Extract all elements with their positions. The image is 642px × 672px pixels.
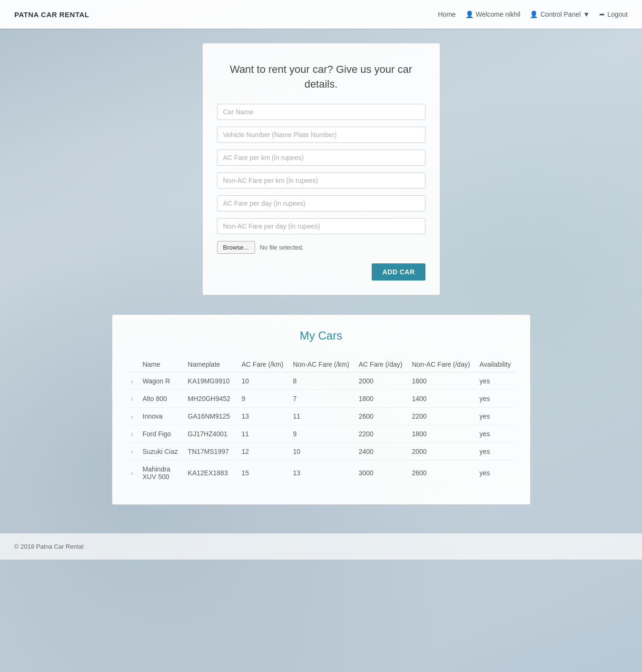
- person-icon-cp: 👤: [530, 10, 538, 18]
- row-name: Wagon R: [138, 372, 183, 390]
- add-car-button[interactable]: ADD CAR: [372, 263, 425, 281]
- nonac-fare-day-input[interactable]: [217, 218, 425, 234]
- row-nonac-km: 8: [288, 372, 354, 390]
- row-nonac-km: 9: [288, 425, 354, 442]
- nav-cp-label: Control Panel: [540, 10, 581, 18]
- row-nonac-day: 1800: [407, 425, 474, 442]
- row-ac-km: 15: [237, 460, 288, 485]
- row-chevron: ›: [127, 390, 138, 407]
- table-row[interactable]: › Wagon R KA19MG9910 10 8 2000 1600 yes: [127, 372, 516, 390]
- row-nonac-day: 1600: [407, 372, 474, 390]
- row-ac-km: 9: [237, 390, 288, 407]
- table-row[interactable]: › Alto 800 MH20GH9452 9 7 1800 1400 yes: [127, 390, 516, 407]
- browse-button[interactable]: Browse...: [217, 241, 255, 254]
- nav-links: Home 👤 Welcome nikhil 👤 Control Panel ▼ …: [438, 10, 628, 18]
- form-title: Want to rent your car? Give us your car …: [217, 62, 425, 92]
- row-nonac-day: 2000: [407, 442, 474, 460]
- nav-control-panel[interactable]: 👤 Control Panel ▼: [530, 10, 590, 18]
- row-name: Innova: [138, 407, 183, 425]
- footer-text: © 2018 Patna Car Rental: [14, 543, 83, 550]
- row-chevron: ›: [127, 407, 138, 425]
- row-nameplate: KA19MG9910: [183, 372, 237, 390]
- nonac-fare-km-input[interactable]: [217, 172, 425, 189]
- page-footer: © 2018 Patna Car Rental: [0, 533, 642, 560]
- table-row[interactable]: › Mahindra XUV 500 KA12EX1883 15 13 3000…: [127, 460, 516, 485]
- row-nameplate: GA16NM9125: [183, 407, 237, 425]
- chevron-down-icon: ▼: [583, 10, 590, 18]
- nav-home-label: Home: [438, 10, 455, 18]
- th-ac-km: AC Fare (/km): [237, 357, 288, 372]
- table-row[interactable]: › Suzuki Ciaz TN17MS1997 12 10 2400 2000…: [127, 442, 516, 460]
- row-nameplate: TN17MS1997: [183, 442, 237, 460]
- file-upload-row: Browse... No file selected.: [217, 241, 425, 254]
- ac-fare-km-input[interactable]: [217, 150, 425, 166]
- row-nameplate: KA12EX1883: [183, 460, 237, 485]
- nav-logout-label: Logout: [607, 10, 628, 18]
- row-availability: yes: [475, 407, 516, 425]
- row-ac-km: 11: [237, 425, 288, 442]
- row-ac-km: 12: [237, 442, 288, 460]
- file-label: No file selected.: [260, 244, 304, 251]
- row-ac-day: 2600: [354, 407, 407, 425]
- person-icon: 👤: [465, 10, 474, 18]
- table-row[interactable]: › Ford Figo GJ17HZ4001 11 9 2200 1800 ye…: [127, 425, 516, 442]
- row-nonac-km: 11: [288, 407, 354, 425]
- form-footer: ADD CAR: [217, 263, 425, 281]
- page-content: Want to rent your car? Give us your car …: [0, 29, 642, 524]
- table-row[interactable]: › Innova GA16NM9125 13 11 2600 2200 yes: [127, 407, 516, 425]
- row-nonac-day: 2600: [407, 460, 474, 485]
- cars-table: Name Nameplate AC Fare (/km) Non-AC Fare…: [127, 357, 516, 485]
- row-chevron: ›: [127, 372, 138, 390]
- th-chevron: [127, 357, 138, 372]
- row-availability: yes: [475, 442, 516, 460]
- nav-logout[interactable]: ➦ Logout: [599, 10, 628, 18]
- navbar: PATNA CAR RENTAL Home 👤 Welcome nikhil 👤…: [0, 0, 642, 29]
- row-name: Mahindra XUV 500: [138, 460, 183, 485]
- row-nonac-km: 7: [288, 390, 354, 407]
- row-ac-day: 2200: [354, 425, 407, 442]
- row-availability: yes: [475, 425, 516, 442]
- row-nonac-km: 10: [288, 442, 354, 460]
- th-nameplate: Nameplate: [183, 357, 237, 372]
- row-nonac-day: 2200: [407, 407, 474, 425]
- row-ac-km: 13: [237, 407, 288, 425]
- table-header-row: Name Nameplate AC Fare (/km) Non-AC Fare…: [127, 357, 516, 372]
- th-nonac-km: Non-AC Fare (/km): [288, 357, 354, 372]
- row-chevron: ›: [127, 442, 138, 460]
- row-chevron: ›: [127, 460, 138, 485]
- row-ac-day: 2000: [354, 372, 407, 390]
- th-ac-day: AC Fare (/day): [354, 357, 407, 372]
- th-nonac-day: Non-AC Fare (/day): [407, 357, 474, 372]
- my-cars-card: My Cars Name Nameplate AC Fare (/km) Non…: [112, 314, 531, 505]
- logout-icon: ➦: [599, 10, 605, 18]
- row-ac-day: 3000: [354, 460, 407, 485]
- ac-fare-day-input[interactable]: [217, 195, 425, 211]
- row-availability: yes: [475, 460, 516, 485]
- row-ac-km: 10: [237, 372, 288, 390]
- row-name: Ford Figo: [138, 425, 183, 442]
- row-nonac-day: 1400: [407, 390, 474, 407]
- row-availability: yes: [475, 372, 516, 390]
- row-name: Suzuki Ciaz: [138, 442, 183, 460]
- row-name: Alto 800: [138, 390, 183, 407]
- row-ac-day: 2400: [354, 442, 407, 460]
- row-chevron: ›: [127, 425, 138, 442]
- cars-section-title: My Cars: [127, 329, 516, 342]
- row-nameplate: MH20GH9452: [183, 390, 237, 407]
- row-ac-day: 1800: [354, 390, 407, 407]
- row-availability: yes: [475, 390, 516, 407]
- row-nameplate: GJ17HZ4001: [183, 425, 237, 442]
- nav-welcome-label: Welcome nikhil: [476, 10, 521, 18]
- row-nonac-km: 13: [288, 460, 354, 485]
- nav-home[interactable]: Home: [438, 10, 455, 18]
- th-name: Name: [138, 357, 183, 372]
- car-name-input[interactable]: [217, 104, 425, 120]
- brand-logo: PATNA CAR RENTAL: [14, 10, 89, 19]
- add-car-form-card: Want to rent your car? Give us your car …: [202, 43, 440, 295]
- vehicle-number-input[interactable]: [217, 127, 425, 143]
- th-availability: Availability: [475, 357, 516, 372]
- nav-welcome[interactable]: 👤 Welcome nikhil: [465, 10, 521, 18]
